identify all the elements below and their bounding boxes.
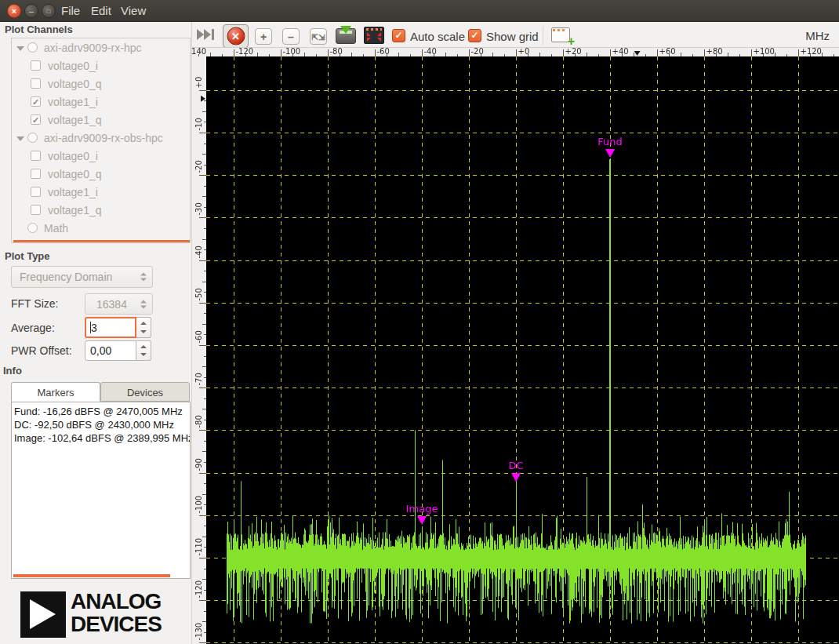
channel-checkbox[interactable] xyxy=(31,78,41,89)
tree-device-row[interactable]: Math xyxy=(12,219,190,237)
zoom-fit-button[interactable]: ⇱⇲ xyxy=(310,28,327,45)
marker-reading: Image: -102,64 dBFS @ 2389,995 MHz xyxy=(12,431,190,445)
zoom-out-button[interactable]: – xyxy=(282,28,300,45)
device-radio[interactable] xyxy=(27,133,38,143)
tab-devices[interactable]: Devices xyxy=(100,382,190,402)
window-minimize-icon[interactable]: – xyxy=(24,4,38,18)
pwr-offset-label: PWR Offset: xyxy=(11,344,72,357)
tree-channel-row[interactable]: voltage1_i xyxy=(12,183,190,201)
average-stepper[interactable] xyxy=(136,317,151,338)
chevron-updown-icon xyxy=(140,273,147,282)
horizontal-ruler[interactable] xyxy=(192,47,839,56)
tab-markers[interactable]: Markers xyxy=(11,382,100,402)
tree-channel-row[interactable]: voltage0_q xyxy=(12,165,190,183)
show-grid-checkbox[interactable]: ✓ xyxy=(468,29,481,42)
auto-scale-label: Auto scale xyxy=(410,30,465,43)
channel-checkbox[interactable] xyxy=(31,205,41,215)
channel-checkbox-checked[interactable]: ✓ xyxy=(31,115,41,125)
tree-channel-row[interactable]: voltage0_q xyxy=(12,75,190,93)
auto-scale-checkbox[interactable]: ✓ xyxy=(392,29,405,42)
channel-label: voltage0_i xyxy=(48,60,98,72)
marker-reading: DC: -92,50 dBFS @ 2430,000 MHz xyxy=(12,418,190,431)
fft-size-select[interactable]: 16384 xyxy=(85,293,153,315)
vertical-ruler[interactable] xyxy=(192,56,206,644)
show-grid-label: Show grid xyxy=(486,30,539,43)
plot-channels-heading: Plot Channels xyxy=(5,24,73,35)
channel-label: voltage0_i xyxy=(48,150,98,162)
channel-checkbox-checked[interactable]: ✓ xyxy=(31,96,41,107)
menu-file[interactable]: File xyxy=(56,3,85,19)
menu-edit[interactable]: Edit xyxy=(86,3,116,19)
expander-triangle-icon[interactable] xyxy=(16,46,24,51)
tree-device-row[interactable]: axi-adrv9009-rx-hpc xyxy=(12,38,190,56)
fft-plot-area[interactable] xyxy=(206,56,839,644)
plot-type-value: Frequency Domain xyxy=(20,271,112,283)
zoom-fit-icon: ⇱⇲ xyxy=(312,32,325,41)
logo-text-analog: ANALOG xyxy=(71,589,161,614)
channel-checkbox[interactable] xyxy=(31,187,41,197)
axis-unit-label: MHz xyxy=(805,29,830,42)
channel-label: voltage1_i xyxy=(48,186,98,198)
markers-info-panel: Fund: -16,26 dBFS @ 2470,005 MHzDC: -92,… xyxy=(11,402,191,579)
expander-triangle-icon[interactable] xyxy=(16,136,24,141)
average-label: Average: xyxy=(11,322,55,334)
pwr-offset-value: 0,00 xyxy=(90,344,111,357)
expander-spacer xyxy=(16,224,24,232)
plot-channels-tree[interactable]: axi-adrv9009-rx-hpcvoltage0_ivoltage0_q✓… xyxy=(11,38,191,243)
plot-type-heading: Plot Type xyxy=(5,250,50,262)
capture-toolbar: ✕ + – ⇱⇲ ✓ Auto scale ✓ Show grid + MHz xyxy=(192,22,839,47)
tree-channel-row[interactable]: ✓voltage1_i xyxy=(12,93,190,111)
stop-capture-icon: ✕ xyxy=(227,27,245,45)
device-radio[interactable] xyxy=(27,223,38,233)
channel-checkbox[interactable] xyxy=(31,169,41,179)
marker-reading: Fund: -16,26 dBFS @ 2470,005 MHz xyxy=(12,405,190,418)
stop-capture-button[interactable]: ✕ xyxy=(223,24,249,48)
window-close-icon[interactable]: × xyxy=(7,4,21,18)
plot-type-select[interactable]: Frequency Domain xyxy=(11,266,153,288)
window-maximize-icon[interactable]: □ xyxy=(42,4,56,18)
menu-view[interactable]: View xyxy=(116,3,151,19)
device-label: Math xyxy=(44,222,68,235)
title-bar: × – □ File Edit View xyxy=(0,0,839,22)
new-plot-button[interactable]: + xyxy=(551,27,572,45)
device-radio[interactable] xyxy=(27,42,38,53)
average-value: 3 xyxy=(91,322,97,334)
channel-checkbox[interactable] xyxy=(31,60,41,71)
pwr-offset-input[interactable]: 0,00 xyxy=(85,340,136,361)
tree-channel-row[interactable]: ✓voltage1_q xyxy=(12,111,190,129)
save-button[interactable] xyxy=(336,26,358,45)
zoom-in-icon: + xyxy=(260,31,267,43)
channel-label: voltage1_i xyxy=(48,96,98,108)
channel-label: voltage1_q xyxy=(48,114,102,126)
pwr-offset-stepper[interactable] xyxy=(136,340,151,361)
capture-play-icon[interactable] xyxy=(197,29,219,40)
fullscreen-button[interactable] xyxy=(364,27,384,44)
channel-label: voltage0_q xyxy=(48,168,102,180)
tree-device-row[interactable]: axi-adrv9009-rx-obs-hpc xyxy=(12,129,190,147)
left-panel: Plot Channels axi-adrv9009-rx-hpcvoltage… xyxy=(0,22,192,644)
save-arrow-icon xyxy=(340,26,351,34)
info-scrollbar[interactable] xyxy=(13,574,170,577)
average-input[interactable]: 3 xyxy=(85,317,136,338)
device-label: axi-adrv9009-rx-hpc xyxy=(44,42,142,54)
tree-channel-row[interactable]: voltage0_i xyxy=(12,56,190,75)
logo-text-devices: DEVICES xyxy=(71,612,162,637)
channel-checkbox[interactable] xyxy=(31,151,41,161)
fft-size-value: 16384 xyxy=(96,298,127,311)
zoom-in-button[interactable]: + xyxy=(255,28,272,45)
analog-devices-logo-icon xyxy=(20,591,66,638)
device-label: axi-adrv9009-rx-obs-hpc xyxy=(44,132,163,144)
fft-size-label: FFT Size: xyxy=(11,297,58,310)
zoom-out-icon: – xyxy=(288,31,294,43)
tree-channel-row[interactable]: voltage1_q xyxy=(12,201,190,219)
tree-channel-row[interactable]: voltage0_i xyxy=(12,147,190,165)
channel-label: voltage1_q xyxy=(48,204,102,216)
info-heading: Info xyxy=(3,365,22,377)
chevron-updown-icon xyxy=(140,300,147,308)
channel-label: voltage0_q xyxy=(48,78,102,90)
tree-scrollbar[interactable] xyxy=(13,240,190,242)
toolbar-separator xyxy=(543,26,543,45)
